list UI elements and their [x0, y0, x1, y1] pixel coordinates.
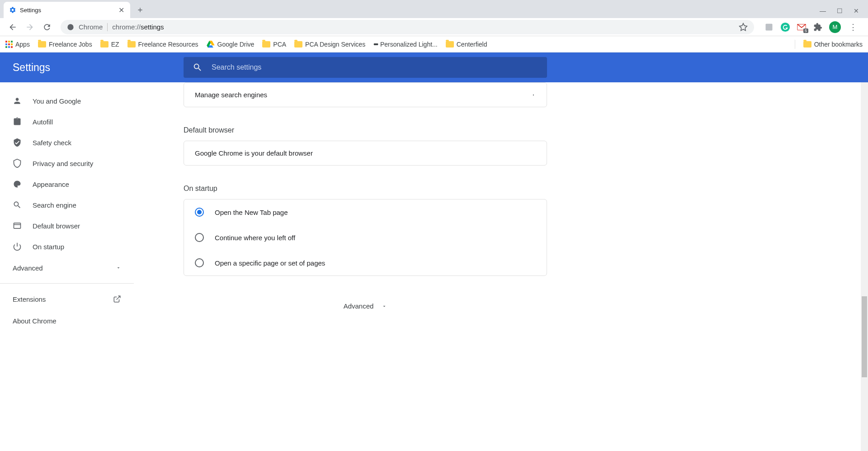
main-advanced-toggle[interactable]: Advanced — [184, 289, 547, 323]
tab-strip: Settings ✕ — ☐ ✕ — [0, 0, 868, 18]
folder-icon — [262, 41, 270, 47]
apps-icon — [5, 41, 13, 48]
svg-point-2 — [781, 22, 790, 31]
sidebar-item-autofill[interactable]: Autofill — [0, 111, 134, 132]
bookmark-drive[interactable]: Google Drive — [207, 41, 255, 48]
extension-gmail-icon[interactable]: 5 — [797, 22, 807, 32]
bookmark-folder[interactable]: EZ — [100, 41, 119, 48]
shield-check-icon — [13, 138, 22, 147]
settings-main: Manage search engines Default browser Go… — [134, 82, 868, 451]
new-tab-button[interactable] — [134, 4, 146, 16]
sidebar-item-on-startup[interactable]: On startup — [0, 236, 134, 257]
search-icon — [193, 62, 203, 72]
manage-search-card: Manage search engines — [184, 82, 547, 107]
power-icon — [13, 242, 22, 251]
folder-icon — [446, 41, 454, 47]
browser-tab[interactable]: Settings ✕ — [4, 2, 130, 18]
sidebar-advanced-toggle[interactable]: Advanced — [0, 257, 134, 279]
extension-account-icon[interactable] — [764, 22, 774, 32]
folder-icon — [803, 41, 811, 47]
back-button[interactable] — [5, 20, 20, 34]
sidebar-item-you-and-google[interactable]: You and Google — [0, 90, 134, 111]
scrollbar-track[interactable] — [861, 82, 868, 451]
settings-header: Settings — [0, 52, 868, 82]
settings-body: You and Google Autofill Safety check Pri… — [0, 82, 868, 451]
folder-icon — [127, 41, 136, 47]
startup-option-new-tab[interactable]: Open the New Tab page — [184, 199, 547, 225]
other-bookmarks[interactable]: Other bookmarks — [803, 41, 863, 48]
person-icon — [13, 96, 22, 105]
settings-icon — [9, 6, 16, 14]
sidebar-item-default-browser[interactable]: Default browser — [0, 215, 134, 236]
svg-line-6 — [117, 296, 120, 299]
profile-avatar[interactable]: M — [829, 21, 841, 33]
maximize-button[interactable]: ☐ — [837, 7, 843, 14]
clipboard-icon — [13, 117, 22, 126]
settings-sidebar: You and Google Autofill Safety check Pri… — [0, 82, 134, 451]
chevron-right-icon — [531, 93, 536, 97]
default-browser-card: Google Chrome is your default browser — [184, 141, 547, 166]
bookmark-folder[interactable]: PCA — [262, 41, 286, 48]
folder-icon — [294, 41, 302, 47]
startup-card: Open the New Tab page Continue where you… — [184, 199, 547, 276]
svg-rect-3 — [14, 223, 21, 228]
chevron-down-icon — [382, 304, 387, 309]
default-browser-heading: Default browser — [184, 120, 547, 141]
radio-button[interactable] — [195, 208, 204, 217]
sidebar-extensions-link[interactable]: Extensions — [0, 288, 134, 310]
scrollbar-thumb[interactable] — [862, 296, 867, 377]
omnibox-origin: Chrome — [79, 23, 103, 31]
apps-shortcut[interactable]: Apps — [5, 41, 30, 48]
default-browser-status: Google Chrome is your default browser — [184, 141, 547, 165]
sidebar-item-safety-check[interactable]: Safety check — [0, 132, 134, 153]
svg-rect-1 — [766, 24, 773, 30]
bookmarks-bar: Apps Freelance Jobs EZ Freelance Resourc… — [0, 36, 868, 52]
bookmark-folder[interactable]: PCA Design Services — [294, 41, 365, 48]
chrome-icon — [67, 24, 74, 31]
extension-icons: 5 M ⋮ — [760, 21, 863, 33]
gmail-badge: 5 — [803, 28, 808, 33]
extensions-puzzle-icon[interactable] — [813, 22, 823, 32]
sidebar-divider — [0, 283, 134, 284]
bookmark-folder[interactable]: Centerfield — [446, 41, 487, 48]
dots-icon: ••• — [373, 41, 377, 48]
extension-grammarly-icon[interactable] — [780, 22, 790, 32]
settings-search[interactable] — [184, 57, 547, 78]
window-controls: — ☐ ✕ — [820, 7, 868, 14]
sidebar-item-appearance[interactable]: Appearance — [0, 174, 134, 195]
search-icon — [13, 200, 22, 209]
address-bar[interactable]: Chrome chrome://settings — [61, 20, 754, 34]
omnibox-url: chrome://settings — [112, 23, 164, 31]
folder-icon — [100, 41, 108, 47]
browser-menu-button[interactable]: ⋮ — [847, 22, 859, 32]
sidebar-item-privacy[interactable]: Privacy and security — [0, 153, 134, 174]
settings-title: Settings — [13, 62, 184, 74]
bookmark-folder[interactable]: Freelance Resources — [127, 41, 198, 48]
bookmark-folder[interactable]: Freelance Jobs — [38, 41, 92, 48]
reload-button[interactable] — [40, 20, 54, 34]
bookmark-link[interactable]: •••Personalized Light... — [373, 41, 438, 48]
forward-button[interactable] — [23, 20, 37, 34]
drive-icon — [207, 41, 215, 48]
sidebar-item-search-engine[interactable]: Search engine — [0, 195, 134, 215]
palette-icon — [13, 180, 22, 189]
sidebar-about-link[interactable]: About Chrome — [0, 310, 134, 332]
browser-icon — [13, 221, 22, 230]
browser-toolbar: Chrome chrome://settings 5 M ⋮ — [0, 18, 868, 36]
minimize-button[interactable]: — — [820, 7, 826, 14]
shield-icon — [13, 159, 22, 168]
startup-option-specific[interactable]: Open a specific page or set of pages — [184, 250, 547, 275]
folder-icon — [38, 41, 46, 47]
settings-search-input[interactable] — [212, 63, 538, 71]
bookmark-star-icon[interactable] — [739, 23, 748, 32]
startup-option-continue[interactable]: Continue where you left off — [184, 225, 547, 250]
omnibox-separator — [107, 23, 108, 31]
close-window-button[interactable]: ✕ — [854, 7, 859, 14]
svg-point-0 — [67, 24, 73, 30]
radio-button[interactable] — [195, 233, 204, 242]
tab-title: Settings — [20, 7, 118, 14]
radio-button[interactable] — [195, 258, 204, 267]
bookmarks-separator — [795, 40, 795, 49]
manage-search-engines-row[interactable]: Manage search engines — [184, 83, 547, 107]
close-tab-icon[interactable]: ✕ — [118, 6, 125, 14]
